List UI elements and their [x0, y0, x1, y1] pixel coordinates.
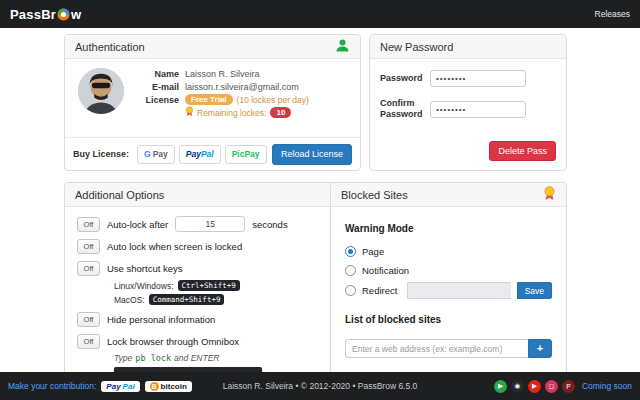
shortcut-details: Linux/Windows: Ctrl+Shift+9 MacOS: Comma… — [114, 280, 348, 305]
confirm-password-label: Confirm Password — [380, 98, 430, 121]
blocked-site-input[interactable] — [345, 339, 528, 358]
additional-options-title: Additional Options — [75, 189, 164, 201]
warning-mode-page-option[interactable]: Page — [345, 244, 552, 258]
notification-radio-label: Notification — [362, 265, 409, 276]
copyright-text: Laisson R. Silveira • © 2012-2020 • Pass… — [223, 381, 418, 391]
additional-options-body: Off Auto-lock after seconds Off Auto loc… — [65, 207, 360, 385]
hide-info-row: Off Hide personal information — [77, 312, 348, 327]
blocked-list-label: List of blocked sites — [345, 314, 552, 325]
autolock-label: Auto-lock after — [107, 219, 168, 230]
add-site-group: + — [345, 339, 552, 358]
new-password-panel: New Password Password Confirm Password D… — [369, 34, 567, 171]
google-play-icon[interactable]: ▶ — [494, 380, 507, 393]
page-radio-label: Page — [362, 246, 384, 257]
linux-shortcut-line: Linux/Windows: Ctrl+Shift+9 — [114, 280, 348, 291]
add-site-button[interactable]: + — [528, 339, 552, 358]
shortcut-label: Use shortcut keys — [107, 263, 183, 274]
reload-license-button[interactable]: Reload License — [272, 144, 352, 165]
license-label: License — [129, 95, 179, 105]
screenlock-toggle[interactable]: Off — [77, 239, 100, 254]
additional-options-header: Additional Options — [65, 183, 360, 207]
instagram-icon[interactable]: ◻ — [545, 380, 558, 393]
omnibox-label: Lock browser through Omnibox — [107, 336, 239, 347]
releases-link[interactable]: Releases — [595, 9, 630, 19]
footer-bar: Make your contribution: PayPal B bitcoin… — [0, 372, 640, 400]
new-password-title: New Password — [380, 41, 453, 53]
hide-info-toggle[interactable]: Off — [77, 312, 100, 327]
mac-shortcut-keys: Command+Shift+9 — [149, 294, 225, 305]
authentication-panel: Authentication Name Laisson R. Silveira — [64, 34, 361, 171]
blocked-sites-header: Blocked Sites — [331, 183, 566, 207]
confirm-password-input[interactable] — [430, 101, 526, 118]
profile-fields: Name Laisson R. Silveira E-mail laisson.… — [129, 67, 354, 119]
gpay-logo: G — [144, 149, 151, 159]
remaining-lockes-badge: 10 — [270, 107, 291, 118]
password-input[interactable] — [430, 70, 526, 87]
paypal-button[interactable]: PayPal — [179, 145, 221, 164]
free-trial-badge: Free Trial — [185, 94, 233, 105]
omnibox-row: Off Lock browser through Omnibox — [77, 334, 348, 349]
password-row: Password — [380, 70, 556, 87]
redirect-radio[interactable] — [345, 285, 356, 296]
confirm-password-row: Confirm Password — [380, 98, 556, 121]
passbrow-logo-icon — [57, 8, 70, 21]
mac-shortcut-line: MacOS: Command+Shift+9 — [114, 294, 348, 305]
warning-mode-notification-option[interactable]: Notification — [345, 263, 552, 277]
remaining-lockes-label: Remaining lockes: — [197, 108, 266, 118]
footer-social-links: ▶ ◉ ▶ ◻ P Coming soon — [494, 380, 632, 393]
screenlock-row: Off Auto lock when screen is locked — [77, 239, 348, 254]
delete-pass-button[interactable]: Delete Pass — [489, 141, 556, 161]
omnibox-hint: Type pb lock and ENTER — [114, 353, 348, 363]
linux-label: Linux/Windows: — [114, 281, 174, 291]
gpay-button[interactable]: G Pay — [137, 145, 175, 164]
picpay-button[interactable]: PicPay — [225, 145, 267, 164]
autolock-seconds-input[interactable] — [175, 216, 245, 232]
email-row: E-mail laisson.r.silveira@gmail.com — [129, 80, 354, 93]
password-label: Password — [380, 73, 430, 84]
medal-icon — [185, 106, 194, 119]
avatar — [78, 68, 124, 114]
omnibox-command: pb lock — [135, 353, 171, 363]
top-bar: PassBr w Releases — [0, 0, 640, 28]
app-logo: PassBr w — [10, 7, 81, 22]
contribution-label: Make your contribution: — [8, 381, 96, 391]
name-value: Laisson R. Silveira — [185, 69, 260, 79]
logo-text-pre: PassBr — [10, 7, 56, 22]
screenlock-label: Auto lock when screen is locked — [107, 241, 242, 252]
autolock-toggle[interactable]: Off — [77, 217, 100, 232]
shortcut-row: Off Use shortcut keys — [77, 261, 348, 276]
name-label: Name — [129, 69, 179, 79]
authentication-body: Name Laisson R. Silveira E-mail laisson.… — [65, 59, 360, 170]
pinterest-icon[interactable]: P — [562, 380, 575, 393]
email-value: laisson.r.silveira@gmail.com — [185, 82, 299, 92]
mac-label: MacOS: — [114, 295, 145, 305]
buy-license-label: Buy License: — [73, 149, 129, 159]
footer-bitcoin-button[interactable]: B bitcoin — [145, 381, 192, 392]
license-note: (10 lockes per day) — [237, 95, 309, 105]
new-password-header: New Password — [370, 35, 566, 59]
linux-shortcut-keys: Ctrl+Shift+9 — [178, 280, 240, 291]
blocked-sites-panel: Blocked Sites Warning Mode Page Notifica… — [330, 182, 567, 382]
footer-paypal-button[interactable]: PayPal — [101, 381, 139, 392]
license-row: License Free Trial (10 lockes per day) — [129, 93, 354, 106]
authentication-title: Authentication — [75, 41, 145, 53]
page-radio[interactable] — [345, 246, 356, 257]
warning-mode-redirect-option[interactable]: Redirect Save — [345, 282, 552, 299]
authentication-header: Authentication — [65, 35, 360, 59]
new-password-body: Password Confirm Password Delete Pass — [370, 59, 566, 170]
save-button[interactable]: Save — [517, 282, 552, 299]
email-label: E-mail — [129, 82, 179, 92]
omnibox-toggle[interactable]: Off — [77, 334, 100, 349]
shortcut-toggle[interactable]: Off — [77, 261, 100, 276]
redirect-url-input[interactable] — [407, 282, 510, 299]
autolock-suffix: seconds — [252, 219, 287, 230]
autolock-row: Off Auto-lock after seconds — [77, 216, 348, 232]
youtube-icon[interactable]: ▶ — [528, 380, 541, 393]
github-icon[interactable]: ◉ — [511, 380, 524, 393]
blocked-sites-title: Blocked Sites — [341, 189, 408, 201]
bitcoin-icon: B — [150, 382, 159, 391]
notification-radio[interactable] — [345, 265, 356, 276]
hide-info-label: Hide personal information — [107, 314, 215, 325]
warning-mode-label: Warning Mode — [345, 223, 552, 234]
paypal-logo: Pay — [186, 149, 201, 159]
